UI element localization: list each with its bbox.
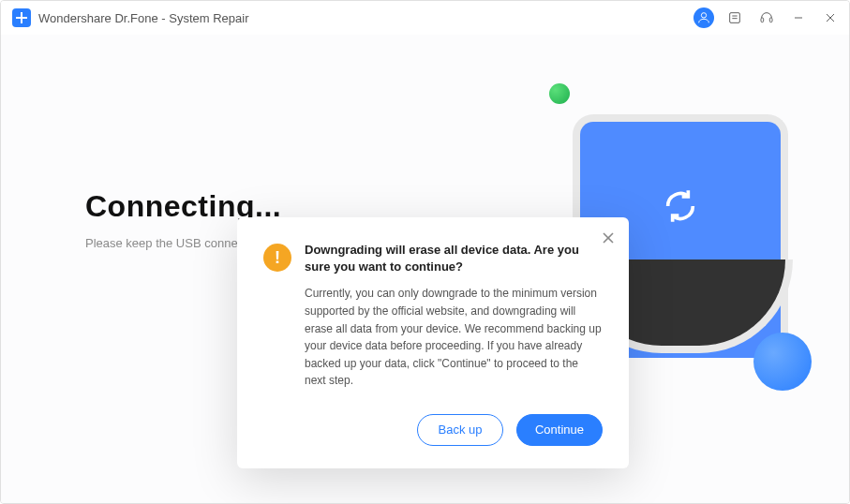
content-area: Connecting... Please keep the USB connec… xyxy=(1,35,849,503)
dialog-description: Currently, you can only downgrade to the… xyxy=(305,285,603,390)
warning-icon: ! xyxy=(263,244,291,272)
decor-blue-dot xyxy=(753,333,812,391)
svg-rect-4 xyxy=(761,18,764,22)
app-title: Wondershare Dr.Fone - System Repair xyxy=(38,11,248,25)
support-icon[interactable] xyxy=(755,7,778,29)
app-window: Wondershare Dr.Fone - System Repair Conn… xyxy=(0,0,850,504)
titlebar: Wondershare Dr.Fone - System Repair xyxy=(1,1,849,35)
svg-rect-5 xyxy=(769,18,772,22)
account-icon[interactable] xyxy=(693,7,714,28)
minimize-button[interactable] xyxy=(787,7,810,29)
sync-icon xyxy=(662,187,699,225)
downgrade-warning-dialog: ! Downgrading will erase all device data… xyxy=(237,217,629,468)
app-logo-icon xyxy=(12,8,31,27)
continue-button[interactable]: Continue xyxy=(516,414,603,446)
decor-green-dot xyxy=(549,83,570,104)
titlebar-actions xyxy=(693,1,842,35)
svg-point-0 xyxy=(701,13,706,18)
feedback-icon[interactable] xyxy=(723,7,746,29)
close-window-button[interactable] xyxy=(819,7,842,29)
backup-button[interactable]: Back up xyxy=(417,414,503,446)
dialog-close-button[interactable] xyxy=(599,229,618,247)
svg-rect-1 xyxy=(730,13,740,23)
dialog-title: Downgrading will erase all device data. … xyxy=(305,242,603,275)
